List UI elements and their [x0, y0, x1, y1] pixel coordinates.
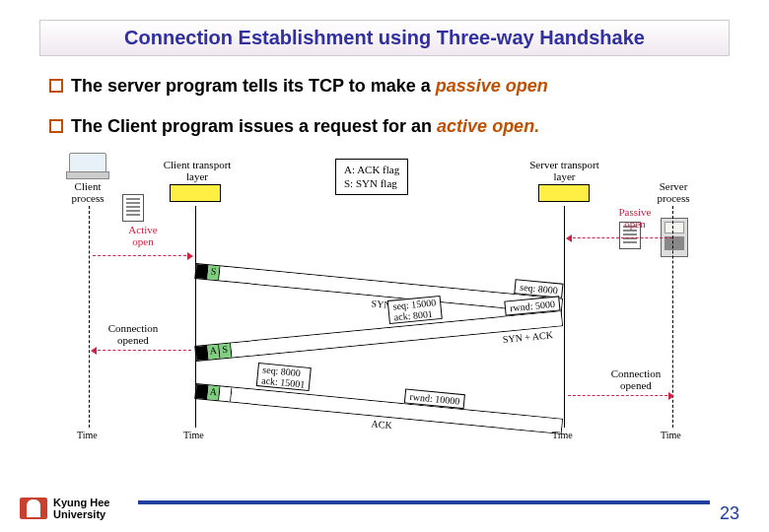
laptop-icon	[69, 153, 106, 174]
footer-bar	[138, 500, 710, 504]
handshake-diagram: Client process Client transport layer A:…	[59, 147, 710, 442]
active-open-label: Active open	[118, 224, 168, 247]
client-process-label: Client process	[63, 180, 112, 204]
conn-opened-right: Connection opened	[607, 367, 664, 391]
footer: Kyung Hee University	[20, 497, 109, 520]
bullet-1-emph: passive open	[436, 76, 548, 96]
legend-box: A: ACK flag S: SYN flag	[335, 159, 408, 195]
synack-seqack: seq: 15000 ack: 8001	[387, 296, 443, 324]
bullet-1-pre: The server program tells its TCP to make…	[71, 76, 436, 96]
footer-text: Kyung Hee University	[53, 497, 109, 520]
bullet-1: The server program tells its TCP to make…	[49, 76, 720, 97]
footer-uni1: Kyung Hee	[53, 497, 109, 508]
server-transport-label: Server transport layer	[523, 159, 606, 182]
legend-line1: A: ACK flag	[344, 163, 399, 176]
slide-title: Connection Establishment using Three-way…	[124, 27, 645, 48]
synack-segment: seq: 15000 ack: 8001 rwnd: 5000 A S SYN …	[194, 310, 563, 362]
ack-seqack: seq: 8000 ack: 15001	[256, 363, 312, 391]
client-process-line	[89, 206, 90, 428]
time-2: Time	[183, 430, 204, 440]
bullet-2-text: The Client program issues a request for …	[71, 116, 539, 137]
server-transport-box	[538, 184, 590, 202]
slide-title-box: Connection Establishment using Three-way…	[39, 20, 730, 56]
server-process-label: Server process	[651, 180, 696, 204]
ack-label: ACK	[371, 418, 392, 431]
time-3: Time	[552, 430, 573, 440]
legend-line2: S: SYN flag	[344, 176, 399, 190]
conn-opened-left: Connection opened	[105, 322, 162, 346]
time-1: Time	[77, 430, 98, 440]
bullet-1-text: The server program tells its TCP to make…	[71, 76, 548, 97]
ack-segment: seq: 8000 ack: 15001 rwnd: 10000 A ACK	[194, 383, 563, 434]
bullet-icon	[49, 79, 63, 93]
passive-open-label: Passive open	[609, 206, 661, 230]
bullet-2: The Client program issues a request for …	[49, 116, 720, 137]
time-4: Time	[661, 430, 681, 440]
bullet-2-emph: active open.	[437, 116, 539, 136]
client-transport-label: Client transport layer	[158, 159, 237, 182]
bullet-icon	[49, 119, 63, 133]
active-open-arrow	[93, 255, 191, 256]
bullet-2-pre: The Client program issues a request for …	[71, 116, 437, 136]
conn-opened-right-arrow	[568, 395, 672, 396]
footer-uni2: University	[53, 508, 109, 520]
page-number: 23	[720, 503, 739, 524]
conn-opened-left-arrow	[93, 350, 191, 351]
passive-open-arrow	[568, 237, 672, 238]
client-doc-icon	[122, 194, 144, 222]
client-transport-box	[170, 184, 221, 202]
ack-body	[231, 388, 562, 433]
synack-label: SYN + ACK	[502, 329, 553, 345]
university-logo-icon	[20, 498, 47, 519]
